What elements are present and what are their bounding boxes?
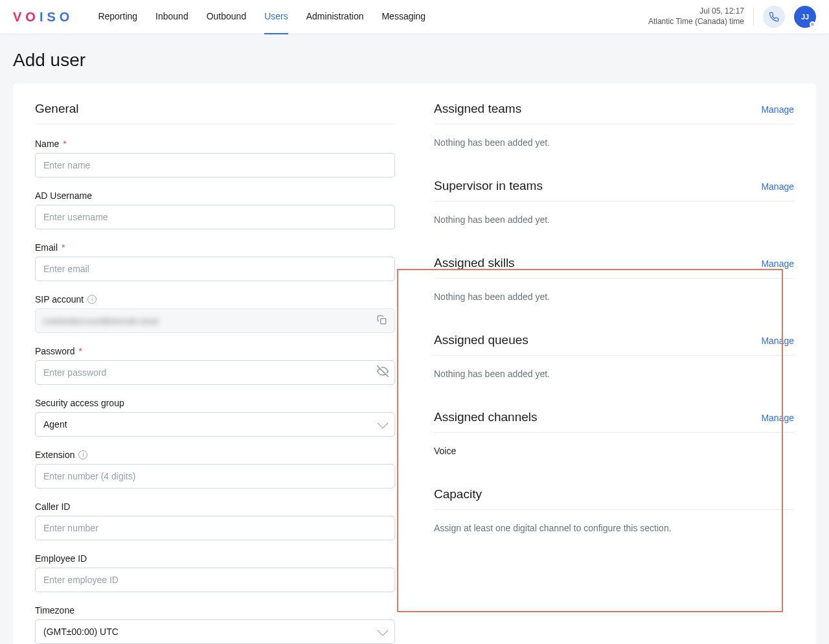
phone-icon	[769, 12, 779, 22]
form-card: General Name* AD Username Email* SIP acc…	[13, 84, 816, 644]
field-password: Password*	[35, 346, 395, 385]
info-icon[interactable]: i	[87, 295, 97, 304]
security-group-select[interactable]: Agent	[35, 412, 395, 437]
field-email: Email*	[35, 242, 395, 281]
assigned-skills-empty: Nothing has been added yet.	[434, 292, 794, 302]
supervisor-teams-empty: Nothing has been added yet.	[434, 214, 794, 225]
logo-letter: O	[25, 10, 38, 25]
manage-queues-link[interactable]: Manage	[761, 336, 794, 346]
assigned-teams-title: Assigned teams	[434, 102, 521, 116]
field-name: Name*	[35, 139, 395, 178]
topbar: V O I S O Reporting Inbound Outbound Use…	[0, 0, 829, 34]
chevron-down-icon	[378, 625, 389, 636]
manage-channels-link[interactable]: Manage	[761, 413, 794, 423]
capacity-header: Capacity	[434, 487, 794, 510]
email-input[interactable]	[35, 257, 395, 281]
phone-button[interactable]	[763, 6, 785, 28]
nav-users[interactable]: Users	[264, 0, 288, 34]
svg-rect-0	[381, 318, 386, 323]
email-label: Email	[35, 242, 58, 253]
assigned-queues-empty: Nothing has been added yet.	[434, 369, 794, 379]
assigned-teams-empty: Nothing has been added yet.	[434, 137, 794, 148]
required-icon: *	[62, 242, 65, 253]
nav-messaging[interactable]: Messaging	[381, 0, 426, 34]
name-input[interactable]	[35, 153, 395, 178]
eye-off-icon[interactable]	[377, 365, 389, 380]
ad-username-input[interactable]	[35, 205, 395, 229]
field-ad-username: AD Username	[35, 190, 395, 229]
avatar[interactable]: JJ	[794, 6, 816, 28]
assigned-queues-header: Assigned queues Manage	[434, 333, 794, 356]
logo-letter: I	[40, 10, 46, 25]
timezone-label: Atlantic Time (Canada) time	[648, 17, 744, 27]
required-icon: *	[63, 139, 66, 149]
caller-id-label: Caller ID	[35, 501, 70, 512]
extension-input[interactable]	[35, 464, 395, 489]
info-icon[interactable]: i	[78, 450, 87, 459]
topbar-right: Jul 05, 12:17 Atlantic Time (Canada) tim…	[648, 6, 816, 28]
datetime: Jul 05, 12:17	[648, 6, 744, 17]
divider	[753, 8, 754, 26]
sip-account-label: SIP account	[35, 294, 84, 305]
password-label: Password	[35, 346, 74, 356]
security-group-value: Agent	[43, 419, 67, 430]
assigned-skills-title: Assigned skills	[434, 256, 515, 270]
assigned-skills-header: Assigned skills Manage	[434, 256, 794, 279]
field-timezone: Timezone (GMT±00:00) UTC	[35, 605, 395, 644]
field-caller-id: Caller ID	[35, 501, 395, 540]
field-employee-id: Employee ID	[35, 553, 395, 592]
nav-reporting[interactable]: Reporting	[98, 0, 137, 34]
extension-label: Extension	[35, 450, 74, 460]
field-extension: Extension i	[35, 450, 395, 489]
time-block: Jul 05, 12:17 Atlantic Time (Canada) tim…	[648, 6, 744, 27]
ad-username-label: AD Username	[35, 190, 92, 201]
caller-id-input[interactable]	[35, 516, 395, 540]
assigned-queues-title: Assigned queues	[434, 333, 528, 347]
assigned-channels-title: Assigned channels	[434, 410, 538, 424]
logo: V O I S O	[13, 10, 72, 25]
assignments-column: Assigned teams Manage Nothing has been a…	[434, 102, 794, 644]
nav-inbound[interactable]: Inbound	[155, 0, 188, 34]
manage-skills-link[interactable]: Manage	[761, 259, 794, 269]
employee-id-input[interactable]	[35, 568, 395, 592]
supervisor-teams-title: Supervisor in teams	[434, 179, 543, 193]
nav-outbound[interactable]: Outbound	[207, 0, 247, 34]
chevron-down-icon	[378, 418, 389, 429]
required-icon: *	[78, 346, 82, 356]
capacity-title: Capacity	[434, 487, 482, 501]
topbar-left: V O I S O Reporting Inbound Outbound Use…	[13, 0, 426, 34]
logo-letter: S	[47, 10, 58, 25]
manage-supervisor-link[interactable]: Manage	[761, 181, 794, 192]
sip-account-value: maskedaccount@domain.local	[43, 316, 158, 326]
supervisor-teams-header: Supervisor in teams Manage	[434, 179, 794, 201]
field-security-group: Security access group Agent	[35, 398, 395, 437]
general-column: General Name* AD Username Email* SIP acc…	[35, 102, 395, 644]
manage-teams-link[interactable]: Manage	[761, 104, 794, 115]
timezone-value: (GMT±00:00) UTC	[43, 627, 119, 637]
security-group-label: Security access group	[35, 398, 124, 408]
main-nav: Reporting Inbound Outbound Users Adminis…	[98, 0, 426, 34]
capacity-desc: Assign at least one digital channel to c…	[434, 523, 794, 533]
sip-account-readonly: maskedaccount@domain.local	[35, 308, 395, 333]
assigned-channels-header: Assigned channels Manage	[434, 410, 794, 433]
page-title: Add user	[0, 34, 829, 84]
field-sip-account: SIP account i maskedaccount@domain.local	[35, 294, 395, 333]
nav-administration[interactable]: Administration	[306, 0, 364, 34]
assigned-teams-header: Assigned teams Manage	[434, 102, 794, 124]
password-input[interactable]	[35, 360, 395, 385]
name-label: Name	[35, 139, 59, 149]
timezone-label: Timezone	[35, 605, 74, 615]
avatar-initials: JJ	[801, 13, 809, 21]
general-title: General	[35, 102, 395, 124]
timezone-select[interactable]: (GMT±00:00) UTC	[35, 619, 395, 644]
employee-id-label: Employee ID	[35, 553, 87, 564]
logo-letter: V	[13, 10, 24, 25]
status-dot-icon	[810, 21, 815, 27]
logo-letter: O	[60, 10, 73, 25]
assigned-channels-value: Voice	[434, 446, 794, 456]
copy-icon[interactable]	[377, 315, 387, 327]
